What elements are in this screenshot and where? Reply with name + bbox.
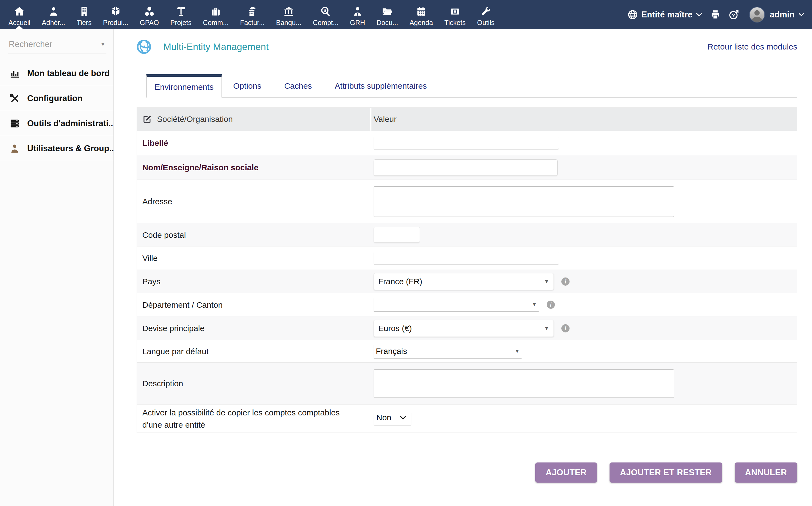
tab-caches[interactable]: Caches xyxy=(273,74,323,97)
module-header: Multi-Entity Management Retour liste des… xyxy=(114,29,812,55)
ajouter-et-rester-button[interactable]: AJOUTER ET RESTER xyxy=(610,462,722,483)
libelle-input[interactable] xyxy=(374,137,559,149)
help-icon[interactable]: ? xyxy=(728,9,739,20)
info-icon: i xyxy=(547,301,555,309)
field-label-copier-comptes: Activer la possibilité de copier les com… xyxy=(137,406,372,431)
nav-item-label: Adhér... xyxy=(42,19,65,27)
table-row: Libellé xyxy=(137,131,797,155)
field-label-departement: Département / Canton xyxy=(137,299,372,311)
sidebar-item-users-groups[interactable]: Utilisateurs & Group... xyxy=(0,136,113,161)
nav-item-comptabilite[interactable]: $ Compt... xyxy=(307,0,344,29)
table-row: Langue par défaut Français ▼ xyxy=(137,340,797,362)
description-textarea[interactable] xyxy=(374,369,674,398)
print-icon[interactable] xyxy=(710,9,721,20)
back-to-modules-link[interactable]: Retour liste des modules xyxy=(708,42,797,52)
chevron-down-icon[interactable] xyxy=(798,12,804,17)
nav-item-commerce[interactable]: Comm... xyxy=(197,0,234,29)
navbar-right: Entité maître ? admin xyxy=(627,0,812,29)
field-label-adresse: Adresse xyxy=(137,195,372,207)
tools-cross-icon xyxy=(9,93,20,104)
nav-item-label: Factur... xyxy=(240,19,264,27)
sidebar-item-configuration[interactable]: Configuration xyxy=(0,86,113,111)
field-label-langue: Langue par défaut xyxy=(137,345,372,357)
dropdown-caret-icon: ▼ xyxy=(514,348,520,354)
nav-item-label: GRH xyxy=(350,19,365,27)
nav-item-grh[interactable]: GRH xyxy=(344,0,371,29)
ville-input[interactable] xyxy=(374,252,559,264)
nom-input[interactable] xyxy=(374,159,558,176)
svg-text:$: $ xyxy=(324,8,326,13)
nav-item-tickets[interactable]: Tickets xyxy=(439,0,471,29)
nav-item-documents[interactable]: Docu... xyxy=(371,0,404,29)
member-icon xyxy=(48,6,59,17)
nav-item-label: Agenda xyxy=(410,19,433,27)
coins-icon xyxy=(247,6,258,17)
pays-select-value: France (FR) xyxy=(378,277,422,286)
sidebar-item-label: Mon tableau de bord xyxy=(27,69,110,78)
field-label-code-postal: Code postal xyxy=(137,229,372,241)
cube-icon xyxy=(110,6,121,17)
cubes-icon xyxy=(144,6,155,17)
ajouter-button[interactable]: AJOUTER xyxy=(535,462,597,483)
nav-item-label: Compt... xyxy=(313,19,338,27)
nav-item-projets[interactable]: Projets xyxy=(165,0,197,29)
entity-switcher[interactable]: Entité maître xyxy=(627,9,702,20)
copier-comptes-select[interactable]: Non xyxy=(374,412,411,425)
column-header-field-label: Société/Organisation xyxy=(157,114,233,124)
langue-select[interactable]: Français ▼ xyxy=(374,344,522,358)
tab-attributs-supplementaires[interactable]: Attributs supplémentaires xyxy=(323,74,438,97)
chevron-down-icon xyxy=(399,415,407,420)
table-row: Département / Canton ▼ i xyxy=(137,293,797,316)
edit-icon xyxy=(142,114,152,124)
field-label-description: Description xyxy=(137,377,372,390)
sidebar-item-label: Configuration xyxy=(27,94,82,103)
nav-item-outils[interactable]: Outils xyxy=(471,0,500,29)
server-icon xyxy=(9,118,20,129)
nav-item-banques[interactable]: Banqu... xyxy=(270,0,307,29)
nav-item-facturation[interactable]: Factur... xyxy=(234,0,270,29)
departement-select[interactable]: ▼ xyxy=(374,298,539,312)
nav-item-accueil[interactable]: Accueil xyxy=(3,0,36,29)
nav-item-produits[interactable]: Produi... xyxy=(97,0,134,29)
search-select[interactable]: Rechercher ▼ xyxy=(8,37,106,54)
user-name[interactable]: admin xyxy=(770,10,795,20)
globe-icon xyxy=(627,9,638,20)
nav-item-adherents[interactable]: Adhér... xyxy=(36,0,71,29)
sidebar-item-label: Utilisateurs & Group... xyxy=(27,144,113,153)
nav-item-label: Projets xyxy=(170,19,191,27)
info-icon: i xyxy=(561,324,570,332)
avatar[interactable] xyxy=(749,7,765,22)
building-icon xyxy=(78,6,90,17)
entity-form-table: Société/Organisation Valeur Libellé Nom/… xyxy=(137,107,797,433)
nav-item-label: Tiers xyxy=(77,19,92,27)
bar-chart-icon xyxy=(9,68,20,79)
dropdown-caret-icon: ▼ xyxy=(532,302,537,308)
pays-select[interactable]: France (FR) ▼ xyxy=(374,273,554,290)
sidebar-menu: Mon tableau de bord Configuration Outils… xyxy=(0,61,113,161)
nav-item-label: Outils xyxy=(477,19,494,27)
adresse-textarea[interactable] xyxy=(374,186,674,217)
nav-item-gpao[interactable]: GPAO xyxy=(134,0,165,29)
tab-options[interactable]: Options xyxy=(222,74,273,97)
sidebar-item-label: Outils d'administrati... xyxy=(27,118,113,129)
annuler-button[interactable]: ANNULER xyxy=(735,462,797,483)
field-label-devise: Devise principale xyxy=(137,322,372,334)
sidebar-item-dashboard[interactable]: Mon tableau de bord xyxy=(0,61,113,86)
nav-item-agenda[interactable]: Agenda xyxy=(404,0,439,29)
nav-item-label: Produi... xyxy=(103,19,128,27)
tab-environnements[interactable]: Environnements xyxy=(146,74,222,98)
info-icon: i xyxy=(561,277,570,286)
module-logo-icon xyxy=(136,39,152,55)
devise-select[interactable]: Euros (€) ▼ xyxy=(374,320,554,337)
table-row: Code postal xyxy=(137,223,797,246)
nav-item-tiers[interactable]: Tiers xyxy=(71,0,97,29)
user-icon xyxy=(9,143,20,154)
code-postal-input[interactable] xyxy=(374,227,420,243)
sidebar-item-admin-tools[interactable]: Outils d'administrati... xyxy=(0,111,113,136)
column-header-field: Société/Organisation xyxy=(137,114,370,124)
table-row: Description xyxy=(137,362,797,404)
field-label-ville: Ville xyxy=(137,252,372,264)
entity-label: Entité maître xyxy=(641,10,693,20)
user-tie-icon xyxy=(352,6,363,17)
langue-select-value: Français xyxy=(376,347,407,356)
